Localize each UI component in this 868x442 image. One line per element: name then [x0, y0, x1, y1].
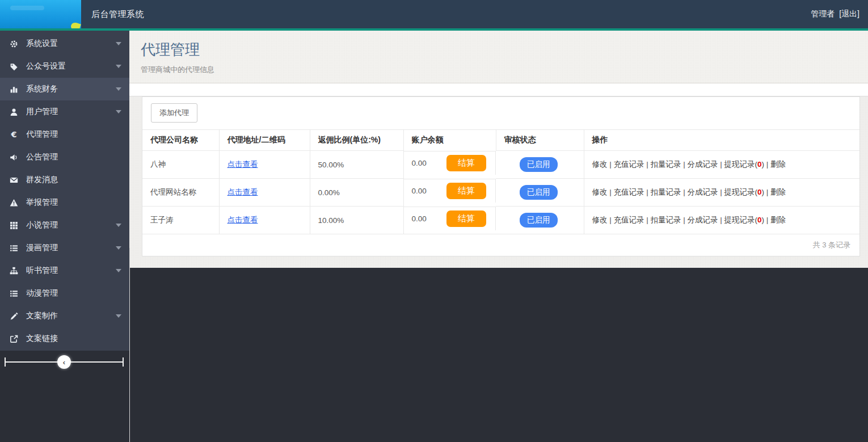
agent-address-cell: 点击查看: [219, 179, 310, 207]
add-agent-button[interactable]: 添加代理: [151, 103, 197, 123]
table-row: 八神 点击查看 50.00% 0.00 结算 已启用 修改 | 充值记录 | 扣…: [142, 151, 859, 179]
share-icon: [9, 335, 19, 343]
sidebar-item-label: 举报管理: [26, 197, 121, 208]
action-link[interactable]: 扣量记录: [651, 160, 681, 169]
col-header-actions: 操作: [584, 130, 859, 151]
agent-address-cell: 点击查看: [219, 207, 310, 234]
sidebar-item-label: 文案制作: [26, 311, 116, 321]
balance-value: 0.00: [412, 159, 427, 167]
sidebar-item-label: 公众号设置: [26, 61, 116, 71]
sidebar-item-9[interactable]: 小说管理: [0, 214, 129, 237]
status-enabled-button[interactable]: 已启用: [520, 185, 558, 200]
sidebar-item-8[interactable]: 举报管理: [0, 191, 129, 214]
action-link[interactable]: 修改: [592, 160, 608, 169]
collapse-chevron-icon[interactable]: ‹: [57, 355, 71, 369]
status-cell: 已启用: [496, 151, 584, 179]
view-qrcode-link[interactable]: 点击查看: [227, 160, 258, 169]
list-icon: [9, 244, 19, 252]
app-window: 后台管理系统 管理者 [退出] 系统设置 公众号设置 系统财务 用户管理 € 代…: [0, 0, 868, 442]
chevron-down-icon: [116, 87, 121, 91]
sidebar-item-4[interactable]: 用户管理: [0, 100, 129, 123]
action-link[interactable]: 扣量记录: [651, 188, 681, 196]
settle-button[interactable]: 结算: [446, 211, 486, 227]
withdraw-count: 0: [757, 160, 762, 169]
col-header-company: 代理公司名称: [142, 130, 219, 151]
action-link[interactable]: 删除: [770, 188, 786, 196]
action-link[interactable]: 修改: [592, 216, 608, 224]
top-navbar: 后台管理系统 管理者 [退出]: [0, 0, 868, 31]
row-actions: 修改 | 充值记录 | 扣量记录 | 分成记录 | 提现记录(0) | 删除: [592, 188, 786, 196]
chevron-down-icon: [116, 42, 121, 45]
action-link[interactable]: 扣量记录: [651, 216, 681, 224]
page-header: 代理管理 管理商城中的代理信息: [129, 31, 868, 83]
table-header-row: 代理公司名称 代理地址/二维码 返佣比例(单位:%) 账户余额 审核状态 操作: [142, 130, 859, 151]
actions-cell: 修改 | 充值记录 | 扣量记录 | 分成记录 | 提现记录(0) | 删除: [584, 179, 859, 207]
action-link[interactable]: 提现记录(0): [724, 216, 765, 224]
sidebar-item-10[interactable]: 漫画管理: [0, 237, 129, 259]
action-link[interactable]: 提现记录(0): [724, 160, 765, 169]
agent-table-panel: 添加代理 代理公司名称 代理地址/二维码 返佣比例(单位:%) 账户余额 审核状: [142, 96, 860, 256]
sidebar-item-12[interactable]: 动漫管理: [0, 282, 129, 305]
tags-icon: [9, 62, 19, 71]
col-header-status: 审核状态: [496, 130, 584, 151]
envelope-icon: [9, 176, 19, 184]
sidebar-item-11[interactable]: 听书管理: [0, 259, 129, 282]
status-cell: 已启用: [496, 179, 584, 207]
agent-table: 代理公司名称 代理地址/二维码 返佣比例(单位:%) 账户余额 审核状态 操作 …: [142, 129, 859, 234]
page-subtitle: 管理商城中的代理信息: [141, 65, 868, 75]
action-link[interactable]: 分成记录: [688, 216, 718, 224]
sidebar-item-6[interactable]: 公告管理: [0, 146, 129, 169]
chevron-down-icon: [116, 110, 121, 113]
col-header-balance: 账户余额: [403, 130, 496, 151]
user-icon: [9, 108, 19, 116]
settle-button[interactable]: 结算: [446, 183, 486, 199]
sidebar-collapse-slider[interactable]: ‹: [0, 355, 129, 369]
action-link[interactable]: 修改: [592, 188, 608, 196]
grid-icon: [9, 221, 19, 230]
sidebar-item-label: 听书管理: [26, 266, 116, 276]
sidebar-item-1[interactable]: 系统设置: [0, 32, 129, 55]
ratio-cell: 0.00%: [310, 179, 403, 207]
agent-name-cell: 王子涛: [142, 207, 219, 234]
action-link[interactable]: 提现记录(0): [724, 188, 765, 196]
action-link[interactable]: 分成记录: [688, 160, 718, 169]
logout-link[interactable]: [退出]: [839, 9, 859, 18]
view-qrcode-link[interactable]: 点击查看: [227, 188, 258, 196]
sidebar-item-7[interactable]: 群发消息: [0, 169, 129, 191]
actions-cell: 修改 | 充值记录 | 扣量记录 | 分成记录 | 提现记录(0) | 删除: [584, 151, 859, 179]
chevron-down-icon: [116, 314, 121, 318]
pen-icon: [9, 312, 19, 321]
action-link[interactable]: 充值记录: [614, 160, 644, 169]
gear-icon: [9, 40, 19, 48]
sidebar-item-5[interactable]: € 代理管理: [0, 123, 129, 146]
sidebar-item-2[interactable]: 公众号设置: [0, 55, 129, 78]
svg-text:€: €: [10, 131, 16, 139]
balance-value: 0.00: [412, 187, 427, 195]
sidebar-item-14[interactable]: 文案链接: [0, 327, 129, 350]
panel-toolbar: 添加代理: [142, 97, 859, 129]
sidebar-item-3[interactable]: 系统财务: [0, 78, 129, 100]
action-link[interactable]: 充值记录: [614, 216, 644, 224]
sidebar-item-label: 动漫管理: [26, 288, 121, 298]
action-link[interactable]: 分成记录: [688, 188, 718, 196]
bar-chart-icon: [9, 85, 19, 94]
status-enabled-button[interactable]: 已启用: [520, 157, 558, 172]
sidebar-item-13[interactable]: 文案制作: [0, 305, 129, 327]
current-user-label: 管理者: [811, 9, 835, 18]
main-area: 代理管理 管理商城中的代理信息 添加代理 代理公司名称 代理地址/二: [129, 31, 868, 442]
balance-cell: 0.00 结算: [404, 207, 496, 230]
settle-button[interactable]: 结算: [446, 155, 486, 171]
action-link[interactable]: 删除: [770, 216, 786, 224]
ratio-cell: 10.00%: [310, 207, 403, 234]
sidebar-item-label: 群发消息: [26, 175, 121, 185]
status-enabled-button[interactable]: 已启用: [520, 213, 558, 228]
withdraw-count: 0: [757, 188, 762, 196]
agent-name-cell: 代理网站名称: [142, 179, 219, 207]
action-link[interactable]: 充值记录: [614, 188, 644, 196]
user-menu: 管理者 [退出]: [811, 9, 859, 19]
warning-icon: [9, 199, 19, 207]
chevron-down-icon: [116, 246, 121, 250]
action-link[interactable]: 删除: [770, 160, 786, 169]
view-qrcode-link[interactable]: 点击查看: [227, 216, 258, 224]
record-count-label: 共 3 条记录: [142, 234, 859, 256]
